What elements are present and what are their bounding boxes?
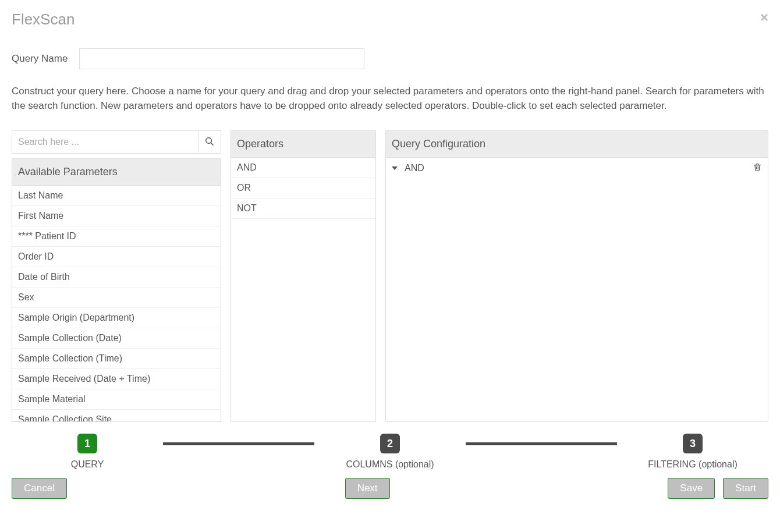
parameter-item[interactable]: Sample Collection (Date) xyxy=(12,328,221,349)
trash-icon[interactable] xyxy=(753,162,762,174)
search-row xyxy=(12,130,221,154)
parameter-item[interactable]: Sample Material xyxy=(12,389,221,410)
query-configuration-title: Query Configuration xyxy=(386,131,768,158)
search-button[interactable] xyxy=(198,130,221,154)
query-config-root-row[interactable]: AND xyxy=(392,162,762,174)
query-name-input[interactable] xyxy=(79,48,364,69)
stepper: 1 QUERY 2 COLUMNS (optional) 3 FILTERING… xyxy=(12,434,768,470)
parameter-item[interactable]: Sample Origin (Department) xyxy=(12,308,221,328)
operator-item[interactable]: NOT xyxy=(231,198,375,219)
search-input[interactable] xyxy=(12,130,198,154)
start-button[interactable]: Start xyxy=(723,478,768,499)
step-1[interactable]: 1 QUERY xyxy=(12,434,163,470)
close-icon[interactable]: × xyxy=(760,10,768,24)
step-1-label: QUERY xyxy=(71,459,104,470)
search-icon xyxy=(205,137,214,148)
save-button[interactable]: Save xyxy=(668,478,715,499)
dialog-header: FlexScan × xyxy=(12,10,768,29)
operators-panel: Operators ANDORNOT xyxy=(231,130,376,422)
step-2-badge: 2 xyxy=(380,434,400,453)
query-configuration-panel: Query Configuration AND xyxy=(385,130,768,422)
parameter-item[interactable]: Order ID xyxy=(12,247,221,267)
operator-item[interactable]: AND xyxy=(231,158,375,178)
parameter-item[interactable]: Sample Collection (Time) xyxy=(12,349,221,369)
next-button[interactable]: Next xyxy=(345,478,390,499)
available-parameters-title: Available Parameters xyxy=(12,159,221,186)
operators-list: ANDORNOT xyxy=(231,158,375,219)
step-3-badge: 3 xyxy=(683,434,703,453)
flexscan-dialog: FlexScan × Query Name Construct your que… xyxy=(0,0,780,510)
available-parameters-panel: Available Parameters Last NameFirst Name… xyxy=(12,158,221,422)
operator-item[interactable]: OR xyxy=(231,178,375,198)
parameter-item[interactable]: Sample Collection Site xyxy=(12,410,221,421)
step-line-1 xyxy=(163,442,314,445)
action-bar: Cancel Next Save Start xyxy=(12,478,768,499)
operators-title: Operators xyxy=(231,131,375,158)
query-config-root-label: AND xyxy=(405,163,424,173)
left-column: Available Parameters Last NameFirst Name… xyxy=(12,130,221,422)
parameter-item[interactable]: Last Name xyxy=(12,186,221,206)
step-2[interactable]: 2 COLUMNS (optional) xyxy=(314,434,466,470)
dialog-title: FlexScan xyxy=(12,10,75,29)
query-name-row: Query Name xyxy=(12,48,768,69)
parameter-item[interactable]: Date of Birth xyxy=(12,267,221,288)
parameter-item[interactable]: Sample Received (Date + Time) xyxy=(12,369,221,389)
parameter-item[interactable]: Sex xyxy=(12,288,221,308)
step-1-badge: 1 xyxy=(77,434,97,453)
step-2-label: COLUMNS (optional) xyxy=(346,459,434,470)
parameter-item[interactable]: **** Patient ID xyxy=(12,226,221,247)
available-parameters-list[interactable]: Last NameFirst Name**** Patient IDOrder … xyxy=(12,186,221,421)
query-name-label: Query Name xyxy=(12,53,68,65)
parameter-item[interactable]: First Name xyxy=(12,206,221,226)
step-3[interactable]: 3 FILTERING (optional) xyxy=(617,434,768,470)
panels-grid: Available Parameters Last NameFirst Name… xyxy=(12,130,768,422)
step-3-label: FILTERING (optional) xyxy=(648,459,738,470)
help-text: Construct your query here. Choose a name… xyxy=(12,84,768,113)
cancel-button[interactable]: Cancel xyxy=(12,478,67,499)
step-line-2 xyxy=(466,442,617,445)
caret-down-icon[interactable] xyxy=(392,166,398,170)
query-configuration-body[interactable]: AND xyxy=(386,158,768,421)
